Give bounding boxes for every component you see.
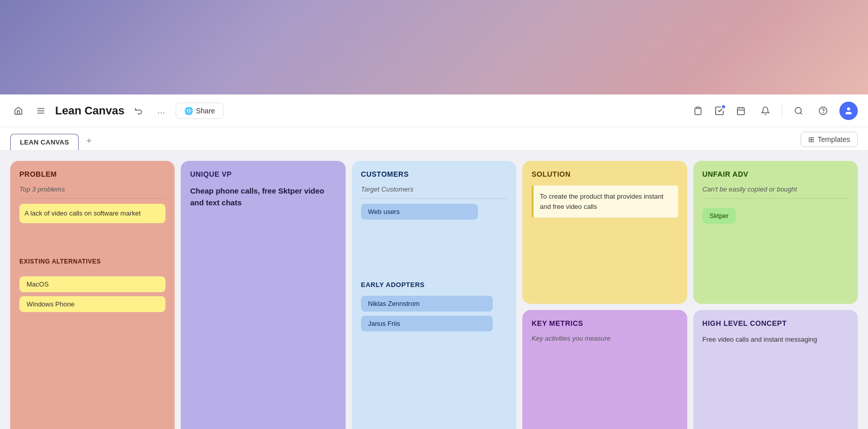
unique-vp-title: UNIQUE VP [190,170,336,178]
search-button[interactable] [790,103,807,119]
unique-vp-body: Cheap phone calls, free Sktper video and… [190,185,336,208]
page-title: Lean Canvas [55,104,125,117]
svg-rect-3 [696,107,700,108]
app-bar-right [690,102,858,120]
tab-bar: LEAN CANVAS + ⊞ Templates [0,127,868,151]
app-bar-left: Lean Canvas … 🌐 Share [10,103,684,119]
share-button[interactable]: 🌐 Share [176,103,224,119]
unfair-adv-title: UNFAIR ADV [703,170,849,178]
templates-icon: ⊞ [808,135,814,144]
problem-tag3: Windows Phone [19,296,165,312]
clipboard-button[interactable] [690,103,706,119]
svg-line-9 [800,112,802,114]
tab-add-button[interactable]: + [81,133,97,149]
unfair-adv-tag: Sktper [703,208,736,224]
unique-vp-card: UNIQUE VP Cheap phone calls, free Sktper… [181,161,345,429]
unfair-adv-subtitle: Can't be easily copied or bought [703,185,849,193]
user-avatar[interactable] [839,102,858,120]
key-metrics-title: KEY METRICS [532,319,678,327]
tab-bar-left: LEAN CANVAS + [10,133,97,150]
solution-body: To create the product that provides inst… [532,185,678,218]
badge-dot [721,104,726,109]
app-bar: Lean Canvas … 🌐 Share [0,94,868,127]
help-button[interactable] [815,103,831,119]
high-level-title: HIGH LEVEL CONCEPT [703,319,849,327]
early-adopters-title: EARLY ADOPTERS [361,281,507,289]
early-adopters-section: EARLY ADOPTERS Niklas Zennstrom Janus Fr… [361,281,507,331]
key-metrics-card: KEY METRICS Key activities you measure [522,310,687,429]
problem-tag1: A lack of video calls on software market [19,204,165,223]
solution-card: SOLUTION To create the product that prov… [522,161,687,304]
svg-point-12 [847,107,850,110]
key-metrics-subtitle: Key activities you measure [532,335,678,342]
problem-tag2: MacOS [19,276,165,292]
problem-title: PROBLEM [19,170,165,178]
menu-button[interactable] [33,103,49,119]
customers-title: CUSTOMERS [361,170,507,178]
more-button[interactable]: … [153,103,170,119]
templates-button[interactable]: ⊞ Templates [801,132,858,147]
customers-subtitle: Target Customers [361,185,507,193]
notifications-button[interactable] [757,103,774,119]
undo-button[interactable] [131,103,147,119]
high-level-card: HIGH LEVEL CONCEPT Free video calls and … [693,310,858,429]
canvas-area: PROBLEM Top 3 problems A lack of video c… [0,151,868,429]
lean-canvas-grid: PROBLEM Top 3 problems A lack of video c… [10,161,858,429]
svg-point-8 [795,107,801,113]
tab-lean-canvas[interactable]: LEAN CANVAS [10,134,79,150]
svg-rect-4 [737,108,744,115]
problem-subtitle: Top 3 problems [19,185,165,193]
top-banner [0,0,868,94]
existing-alternatives-title: EXISTING ALTERNATIVES [19,258,165,265]
early-adopters-tag1: Niklas Zennstrom [361,296,493,312]
tasks-button[interactable] [714,106,725,116]
solution-title: SOLUTION [532,170,678,178]
problem-card: PROBLEM Top 3 problems A lack of video c… [10,161,175,429]
existing-alternatives-section: EXISTING ALTERNATIVES MacOS Windows Phon… [19,258,165,316]
high-level-body: Free video calls and instant messaging [703,335,849,345]
home-button[interactable] [10,103,27,119]
divider [782,105,782,117]
customers-card: CUSTOMERS Target Customers Web users EAR… [352,161,516,429]
customers-tag: Web users [361,204,478,220]
unfair-adv-card: UNFAIR ADV Can't be easily copied or bou… [693,161,858,304]
calendar-button[interactable] [733,103,749,119]
early-adopters-tag2: Janus Friis [361,316,493,331]
globe-icon: 🌐 [184,107,193,115]
